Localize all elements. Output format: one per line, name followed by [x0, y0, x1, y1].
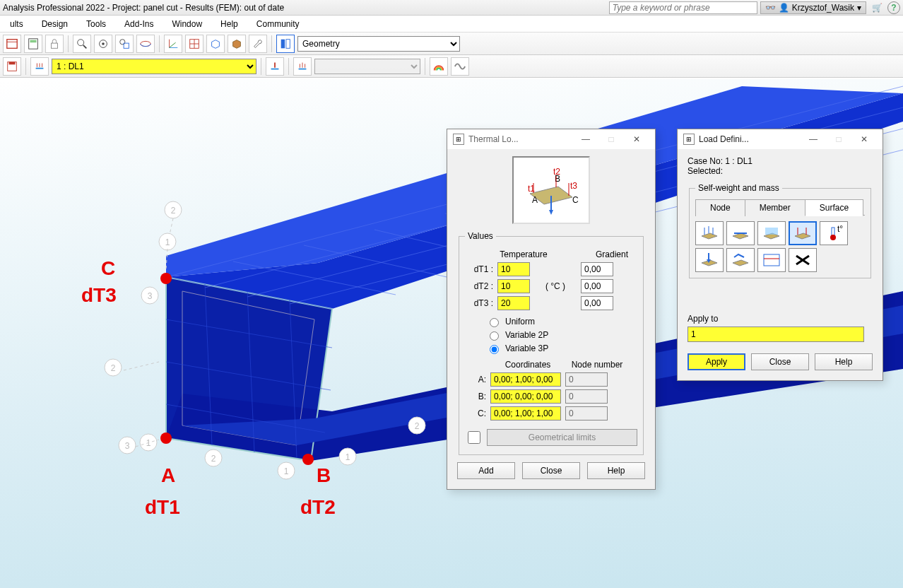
app-title: Analysis Professional 2022 - Project: pa… — [3, 3, 284, 13]
dt3-input[interactable] — [497, 296, 530, 310]
wrench-icon[interactable] — [249, 35, 267, 53]
display-mode-select[interactable]: Geometry — [297, 36, 460, 52]
rainbow-icon[interactable] — [430, 57, 448, 76]
lock-icon[interactable] — [45, 35, 64, 53]
load-definition-dialog: ⊞ Load Defini... — □ ✕ Case No: 1 : DL1 … — [677, 129, 883, 381]
help-icon[interactable]: ? — [887, 1, 900, 14]
menu-results[interactable]: ults — [1, 17, 32, 31]
load-surface-linear-icon[interactable] — [726, 221, 755, 245]
tab-node[interactable]: Node — [695, 199, 745, 216]
load-dialog-titlebar[interactable]: ⊞ Load Defini... — □ ✕ — [678, 129, 883, 149]
dt1-input[interactable] — [497, 262, 530, 276]
iso-view-icon[interactable] — [206, 35, 225, 53]
load-surface-point-icon[interactable] — [695, 248, 724, 272]
zoom-icon[interactable] — [73, 35, 91, 53]
svg-text:2: 2 — [211, 454, 216, 464]
minimize-icon[interactable]: — — [573, 130, 598, 148]
close-button[interactable]: Close — [751, 353, 809, 370]
zoom-window-icon[interactable] — [115, 35, 134, 53]
calendar-icon[interactable] — [3, 35, 21, 53]
svg-marker-80 — [549, 210, 553, 215]
load-surface-delete-icon[interactable] — [789, 248, 817, 272]
toolbar-row-1: Geometry — [0, 33, 903, 55]
svg-text:B: B — [555, 174, 560, 184]
orbit-icon[interactable] — [136, 35, 155, 53]
menu-help[interactable]: Help — [212, 17, 247, 31]
load-type-2-icon[interactable] — [293, 57, 312, 76]
minimize-icon[interactable]: — — [801, 130, 826, 148]
add-button[interactable]: Add — [457, 462, 515, 479]
svg-text:t1: t1 — [528, 184, 535, 194]
apply-to-input[interactable] — [687, 327, 864, 342]
svg-rect-10 — [124, 43, 129, 48]
maximize-icon[interactable]: □ — [826, 130, 851, 148]
aux-select-1[interactable] — [314, 59, 420, 74]
menu-design[interactable]: Design — [33, 17, 76, 31]
thermal-dialog-titlebar[interactable]: ⊞ Thermal Lo... — □ ✕ — [447, 129, 655, 149]
svg-point-69 — [160, 273, 172, 284]
close-icon[interactable]: ✕ — [851, 130, 877, 148]
self-weight-frame: Self-weight and mass Node Member Surface… — [689, 183, 871, 278]
close-icon[interactable]: ✕ — [624, 130, 649, 148]
layout-toggle-icon[interactable] — [276, 35, 295, 53]
load-surface-area-icon[interactable] — [757, 248, 786, 272]
user-name: Krzysztof_Wasik — [792, 3, 854, 13]
axes-icon[interactable] — [164, 35, 182, 53]
geom-limits-button[interactable]: Geometrical limits — [487, 429, 637, 446]
menu-community[interactable]: Community — [248, 17, 308, 31]
radio-uniform[interactable]: Uniform — [486, 316, 637, 327]
thermal-dialog-title: Thermal Lo... — [468, 134, 519, 144]
dt2-input[interactable] — [497, 279, 530, 293]
svg-text:2: 2 — [171, 206, 176, 216]
coord-a-input[interactable] — [490, 372, 561, 387]
svg-point-71 — [302, 454, 314, 465]
load-type-1-icon[interactable] — [266, 57, 284, 76]
menu-window[interactable]: Window — [163, 17, 211, 31]
thermal-diagram: t1 t2 t3 A B C — [512, 156, 590, 224]
dt1-gradient-input[interactable] — [581, 262, 613, 276]
node-a-input[interactable] — [565, 372, 608, 387]
anno-dt3: dT3 — [81, 284, 117, 307]
node-header: Node number — [571, 360, 623, 370]
save-report-icon[interactable] — [3, 57, 21, 76]
dt3-gradient-input[interactable] — [581, 296, 613, 310]
apply-button[interactable]: Apply — [687, 353, 745, 370]
tab-surface[interactable]: Surface — [805, 199, 863, 216]
node-c-input[interactable] — [565, 406, 608, 421]
coord-c-input[interactable] — [490, 406, 561, 421]
radio-variable-2p[interactable]: Variable 2P — [486, 329, 637, 341]
menu-addins[interactable]: Add-Ins — [116, 17, 162, 31]
user-menu[interactable]: 👓 👤 Krzysztof_Wasik▾ — [760, 1, 866, 14]
radio-variable-3p[interactable]: Variable 3P — [486, 343, 637, 354]
load-surface-hydro-icon[interactable] — [757, 221, 786, 245]
self-weight-legend: Self-weight and mass — [695, 183, 782, 193]
maximize-icon[interactable]: □ — [598, 130, 624, 148]
cart-icon[interactable]: 🛒 — [870, 1, 883, 14]
app-titlebar: Analysis Professional 2022 - Project: pa… — [0, 0, 903, 16]
close-button[interactable]: Close — [522, 462, 580, 479]
menu-tools[interactable]: Tools — [78, 17, 114, 31]
load-surface-thermal-icon[interactable] — [789, 221, 817, 245]
calculator-icon[interactable] — [24, 35, 42, 53]
section-icon[interactable] — [228, 35, 246, 53]
load-surface-temp-icon[interactable]: t° — [820, 221, 848, 245]
help-button[interactable]: Help — [815, 353, 873, 370]
svg-rect-21 — [9, 61, 16, 64]
tab-member[interactable]: Member — [745, 199, 805, 216]
dt2-gradient-input[interactable] — [581, 279, 613, 293]
person-icon: 👤 — [779, 3, 789, 13]
svg-text:2: 2 — [415, 421, 420, 431]
grid-view-icon[interactable] — [185, 35, 203, 53]
node-b-input[interactable] — [565, 389, 608, 404]
search-input[interactable] — [609, 1, 757, 14]
zoom-target-icon[interactable] — [94, 35, 112, 53]
coord-b-input[interactable] — [490, 389, 561, 404]
geom-limits-checkbox[interactable] — [468, 431, 480, 444]
load-icon[interactable] — [30, 57, 49, 76]
svg-line-6 — [83, 45, 87, 48]
load-surface-uniform-icon[interactable] — [695, 221, 724, 245]
load-surface-contour-icon[interactable] — [726, 248, 755, 272]
loadcase-select[interactable]: 1 : DL1 — [52, 59, 256, 74]
help-button[interactable]: Help — [587, 462, 645, 479]
sinewave-icon[interactable] — [451, 57, 469, 76]
